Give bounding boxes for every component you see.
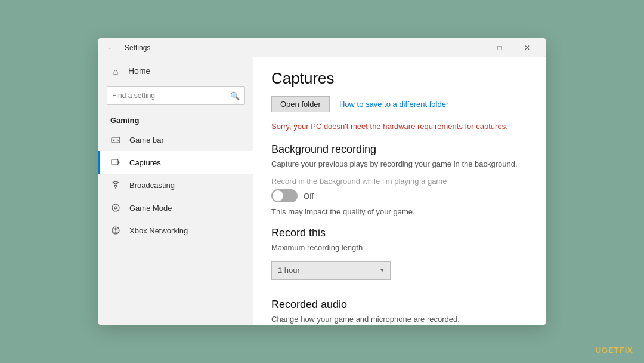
settings-window: ← Settings — □ ✕ ⌂ Home 🔍 Gaming bbox=[98, 38, 546, 325]
svg-rect-5 bbox=[112, 159, 118, 165]
background-recording-title: Background recording bbox=[271, 143, 528, 156]
toggle-knob bbox=[273, 190, 283, 201]
game-bar-icon bbox=[110, 134, 121, 145]
sidebar-item-game-mode[interactable]: Game Mode bbox=[98, 196, 253, 219]
max-recording-length-label: Maximum recording length bbox=[271, 242, 528, 254]
dropdown-wrapper: 1 hour ▾ bbox=[271, 261, 528, 280]
maximize-button[interactable]: □ bbox=[486, 38, 513, 57]
game-mode-icon bbox=[110, 202, 121, 213]
minimize-button[interactable]: — bbox=[459, 38, 486, 57]
title-bar: ← Settings — □ ✕ bbox=[98, 38, 546, 57]
home-icon: ⌂ bbox=[110, 66, 121, 76]
toggle-state: Off bbox=[304, 192, 314, 201]
page-title: Captures bbox=[271, 69, 528, 88]
sidebar-item-game-bar[interactable]: Game bar bbox=[98, 128, 253, 151]
watermark-highlight: GET bbox=[602, 346, 620, 355]
sidebar-item-captures[interactable]: Captures bbox=[98, 151, 253, 174]
watermark-prefix: U bbox=[596, 346, 602, 355]
save-link[interactable]: How to save to a different folder bbox=[339, 100, 448, 109]
dropdown-value: 1 hour bbox=[278, 266, 300, 275]
sidebar-section-label: Gaming bbox=[98, 111, 253, 128]
sidebar-item-broadcasting[interactable]: Broadcasting bbox=[98, 174, 253, 196]
svg-point-7 bbox=[114, 185, 117, 187]
watermark: UGETFIX bbox=[596, 346, 633, 355]
captures-icon bbox=[110, 157, 121, 168]
svg-point-10 bbox=[114, 207, 117, 209]
svg-marker-6 bbox=[118, 161, 120, 164]
search-icon: 🔍 bbox=[230, 91, 240, 100]
svg-rect-0 bbox=[112, 137, 120, 143]
sidebar-item-label: Game Mode bbox=[129, 204, 172, 213]
svg-point-9 bbox=[112, 204, 119, 211]
home-label: Home bbox=[128, 66, 150, 76]
error-message: Sorry, your PC doesn't meet the hardware… bbox=[271, 121, 528, 133]
background-recording-toggle[interactable] bbox=[271, 189, 298, 202]
recorded-audio-title: Recorded audio bbox=[271, 299, 528, 311]
close-button[interactable]: ✕ bbox=[513, 38, 541, 57]
search-input[interactable] bbox=[112, 91, 227, 100]
sidebar: ⌂ Home 🔍 Gaming bbox=[98, 57, 253, 325]
toggle-label: Record in the background while I'm playi… bbox=[271, 177, 528, 186]
record-this-title: Record this bbox=[271, 227, 528, 239]
sidebar-item-label: Xbox Networking bbox=[129, 226, 188, 235]
top-actions: Open folder How to save to a different f… bbox=[271, 96, 528, 112]
open-folder-button[interactable]: Open folder bbox=[271, 96, 330, 112]
window-title: Settings bbox=[125, 44, 150, 52]
sidebar-item-home[interactable]: ⌂ Home bbox=[98, 60, 253, 82]
broadcasting-icon bbox=[110, 180, 121, 190]
main-content: Captures Open folder How to save to a di… bbox=[253, 57, 546, 325]
watermark-suffix: FIX bbox=[620, 346, 633, 355]
xbox-networking-icon bbox=[110, 225, 121, 236]
back-button[interactable]: ← bbox=[103, 39, 120, 56]
svg-point-3 bbox=[117, 139, 117, 140]
sidebar-item-label: Captures bbox=[129, 158, 161, 167]
recording-length-dropdown[interactable]: 1 hour ▾ bbox=[271, 261, 391, 280]
recorded-audio-desc: Change how your game and microphone are … bbox=[271, 313, 528, 325]
toggle-row: Off bbox=[271, 189, 528, 202]
section-divider bbox=[271, 290, 528, 290]
sidebar-item-label: Game bar bbox=[129, 136, 164, 144]
background-recording-desc: Capture your previous plays by recording… bbox=[271, 158, 528, 170]
sidebar-item-label: Broadcasting bbox=[129, 181, 175, 190]
svg-point-4 bbox=[118, 140, 119, 141]
chevron-down-icon: ▾ bbox=[380, 266, 384, 274]
window-controls: — □ ✕ bbox=[459, 38, 541, 57]
impact-note: This may impact the quality of your game… bbox=[271, 207, 528, 216]
sidebar-item-xbox-networking[interactable]: Xbox Networking bbox=[98, 219, 253, 242]
search-box[interactable]: 🔍 bbox=[107, 86, 245, 105]
content-area: ⌂ Home 🔍 Gaming bbox=[98, 57, 546, 325]
